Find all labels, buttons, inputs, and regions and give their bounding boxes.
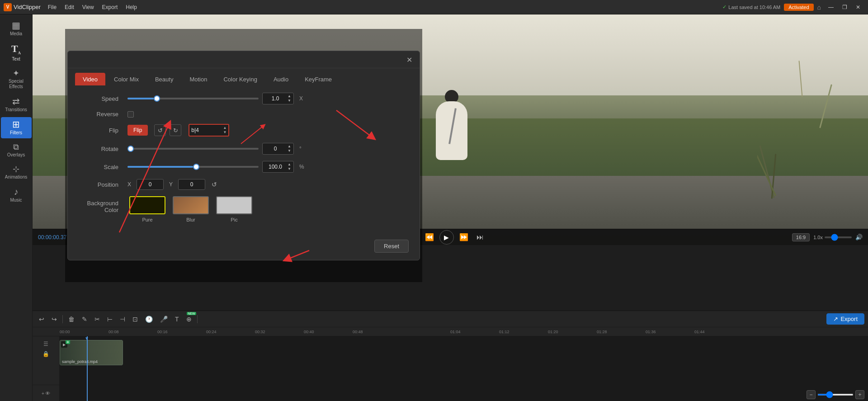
sidebar-item-animations[interactable]: ⊹ Animations	[1, 162, 32, 183]
sidebar-item-music[interactable]: ♪ Music	[1, 184, 32, 206]
track-lock-button[interactable]: 🔒	[42, 350, 50, 358]
bg-pure-swatch[interactable]	[129, 196, 165, 214]
zoom-out-button[interactable]: −	[807, 390, 816, 399]
menu-export[interactable]: Export	[99, 3, 122, 11]
video-clip[interactable]: ▶ ⊕ sample_potrait.mp4	[60, 340, 123, 365]
ruler-area: 00:00 00:08 00:16 00:24 00:32 00:40 00:4…	[33, 327, 868, 336]
rotate-cw-button[interactable]: ↻	[170, 124, 181, 136]
rotate-down-arrow[interactable]: ▼	[287, 149, 292, 153]
fast-forward-button[interactable]: ⏩	[458, 231, 470, 244]
scale-value[interactable]	[264, 164, 287, 170]
content-area: 00:00:00.37 / 00:00:10.12 ⏮ ⏪ ▶ ⏩ ⏭ 16:9…	[33, 14, 868, 401]
rotate-ccw-button[interactable]: ↺	[154, 124, 166, 136]
tab-beauty[interactable]: Beauty	[147, 73, 181, 85]
flip-button[interactable]: Flip	[127, 125, 148, 136]
close-button[interactable]: ✕	[852, 2, 864, 12]
titlebar-right: ✓ Last saved at 10:46 AM Activated ⌂ — ❐…	[722, 2, 864, 12]
rewind-button[interactable]: ⏪	[423, 231, 436, 244]
crop-button[interactable]: ⊡	[130, 314, 141, 325]
bg-pic-swatch[interactable]	[216, 196, 252, 214]
duration-button[interactable]: 🕐	[142, 314, 156, 325]
position-reset-button[interactable]: ↺	[209, 180, 220, 189]
sidebar-item-text[interactable]: TA Text	[1, 41, 32, 65]
aspect-ratio-button[interactable]: 16:9	[792, 233, 810, 241]
scale-thumb[interactable]	[193, 164, 199, 170]
edit-button[interactable]: ✎	[79, 314, 90, 325]
current-time: 00:00:00.37	[38, 234, 66, 241]
speed-arrows: ▲ ▼	[287, 94, 292, 103]
scale-up-arrow[interactable]: ▲	[287, 162, 292, 167]
split-left-button[interactable]: ⊢	[104, 314, 115, 325]
activated-button[interactable]: Activated	[784, 4, 813, 11]
delete-button[interactable]: 🗑	[66, 314, 77, 325]
menu-view[interactable]: View	[79, 3, 98, 11]
toolbar-sep-1	[62, 315, 63, 323]
properties-dialog: ✕ Video Color Mix Beauty Motion Color Ke…	[67, 51, 420, 260]
redo-button[interactable]: ↪	[49, 314, 60, 325]
speed-slider-container	[127, 94, 259, 103]
scale-unit: %	[299, 164, 304, 170]
sidebar-item-overlays[interactable]: ⧉ Overlays	[1, 140, 32, 160]
maximize-button[interactable]: ❐	[838, 2, 851, 12]
flip-input-field[interactable]	[191, 127, 218, 133]
speed-up-arrow[interactable]: ▲	[287, 94, 292, 99]
text-button[interactable]: T	[172, 314, 182, 325]
flip-down-arrow[interactable]: ▼	[223, 130, 226, 135]
playhead-indicator: ▼	[85, 336, 89, 341]
position-y-input[interactable]	[178, 179, 205, 190]
mark-128: 01:28	[597, 330, 607, 334]
speed-value[interactable]	[264, 95, 287, 102]
transitions-icon: ⇄	[12, 97, 20, 106]
menu-edit[interactable]: Edit	[61, 3, 78, 11]
zoom-in-button[interactable]: +	[855, 390, 864, 399]
add-track-button[interactable]: +	[42, 391, 44, 396]
tab-audio[interactable]: Audio	[266, 73, 296, 85]
pos-x-label: X	[127, 181, 131, 188]
scale-down-arrow[interactable]: ▼	[287, 167, 292, 171]
add-button[interactable]: ⊕	[184, 314, 194, 325]
reset-button[interactable]: Reset	[374, 240, 409, 253]
undo-button[interactable]: ↩	[36, 314, 47, 325]
tab-color-keying[interactable]: Color Keying	[216, 73, 264, 85]
sidebar-label-animations: Animations	[5, 175, 27, 180]
tab-motion[interactable]: Motion	[182, 73, 215, 85]
speed-fill	[127, 98, 154, 99]
zoom-slider[interactable]	[825, 236, 852, 238]
sidebar-item-transitions[interactable]: ⇄ Transitions	[1, 94, 32, 115]
home-icon[interactable]: ⌂	[817, 4, 821, 11]
sidebar-item-special-effects[interactable]: ✦ Special Effects	[1, 66, 32, 92]
speed-thumb[interactable]	[154, 95, 160, 102]
tab-color-mix[interactable]: Color Mix	[106, 73, 146, 85]
sidebar-item-media[interactable]: ▦ Media	[1, 18, 32, 39]
cut-button[interactable]: ✂	[92, 314, 103, 325]
timeline-zoom-controls: − +	[807, 390, 864, 399]
minimize-button[interactable]: —	[825, 2, 837, 12]
tab-video[interactable]: Video	[75, 73, 105, 85]
play-button[interactable]: ▶	[439, 230, 454, 245]
track-settings-button[interactable]: ☰	[42, 340, 49, 348]
flip-value-input[interactable]: ▲ ▼	[189, 124, 229, 137]
reverse-checkbox[interactable]	[127, 111, 134, 118]
timeline-zoom-slider[interactable]	[817, 394, 854, 396]
menu-file[interactable]: File	[44, 3, 60, 11]
rotate-thumb[interactable]	[127, 146, 134, 152]
speed-input[interactable]: ▲ ▼	[262, 93, 294, 104]
export-button[interactable]: ↗ Export	[826, 313, 864, 325]
eye-toggle-button[interactable]: 👁	[45, 391, 50, 396]
tab-keyframe[interactable]: KeyFrame	[297, 73, 340, 85]
export-label: Export	[840, 316, 858, 322]
split-right-button[interactable]: ⊣	[117, 314, 128, 325]
menu-help[interactable]: Help	[122, 3, 141, 11]
mark-40: 00:40	[304, 330, 314, 334]
volume-button[interactable]: 🔊	[855, 234, 863, 241]
track-bottom-controls: + 👁	[33, 385, 60, 401]
flip-up-arrow[interactable]: ▲	[223, 126, 226, 130]
audio-button[interactable]: 🎤	[157, 314, 170, 325]
scale-input[interactable]: ▲ ▼	[262, 161, 294, 173]
position-x-input[interactable]	[137, 179, 164, 190]
bg-blur-swatch[interactable]	[173, 196, 209, 214]
step-forward-button[interactable]: ⏭	[474, 231, 486, 244]
dialog-close-button[interactable]: ✕	[406, 56, 412, 64]
sidebar-item-filters[interactable]: ⊞ Filters	[1, 117, 32, 138]
speed-down-arrow[interactable]: ▼	[287, 99, 292, 103]
